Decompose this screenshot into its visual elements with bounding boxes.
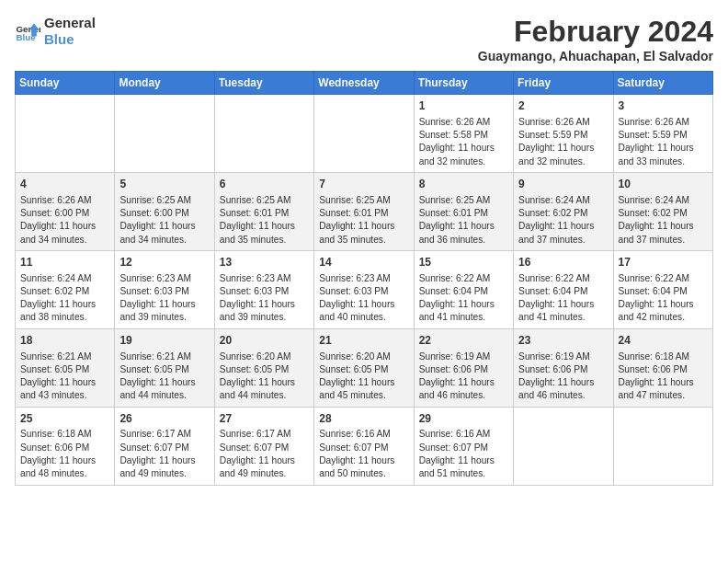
day-info-line: and 42 minutes. [619,311,708,324]
day-number: 11 [20,255,109,270]
day-info-line: Sunset: 6:07 PM [220,442,309,454]
day-info-line: and 48 minutes. [20,467,109,480]
logo-text-general: General [44,15,96,31]
day-number: 23 [518,333,608,349]
day-number: 1 [419,98,508,114]
location-subtitle: Guaymango, Ahuachapan, El Salvador [478,49,713,63]
day-number: 18 [20,333,109,349]
day-info-line: and 38 minutes. [20,311,109,324]
day-info-line: Sunrise: 6:17 AM [119,428,209,441]
day-cell: 28Sunrise: 6:16 AMSunset: 6:07 PMDayligh… [314,407,414,485]
day-info-line: Sunset: 6:03 PM [220,285,309,298]
logo: General Blue General Blue [15,15,96,48]
day-info-line: Sunrise: 6:24 AM [20,272,109,285]
day-cell: 25Sunrise: 6:18 AMSunset: 6:06 PMDayligh… [16,407,115,485]
day-info-line: Daylight: 11 hours [518,376,608,389]
day-number: 20 [220,333,309,349]
day-info-line: Sunset: 6:01 PM [419,207,508,220]
day-info-line: and 36 minutes. [419,234,508,247]
day-info-line: Sunset: 6:04 PM [518,285,608,298]
day-number: 5 [119,177,209,192]
day-cell: 20Sunrise: 6:20 AMSunset: 6:05 PMDayligh… [214,328,313,407]
day-info-line: and 44 minutes. [220,389,309,402]
day-cell: 15Sunrise: 6:22 AMSunset: 6:04 PMDayligh… [414,250,513,328]
day-number: 16 [518,255,608,270]
day-info-line: Sunrise: 6:18 AM [20,428,109,441]
calendar-body: 1Sunrise: 6:26 AMSunset: 5:58 PMDaylight… [16,95,713,486]
day-info-line: and 49 minutes. [119,467,209,480]
day-info-line: Sunset: 6:05 PM [319,363,408,376]
day-info-line: Sunset: 6:07 PM [319,442,408,454]
day-number: 22 [419,333,508,349]
day-info-line: Sunrise: 6:26 AM [419,116,508,129]
day-info-line: and 46 minutes. [419,389,508,402]
day-info-line: Daylight: 11 hours [619,298,708,311]
day-info-line: Sunset: 6:07 PM [419,442,508,454]
day-number: 2 [518,98,608,114]
week-row-1: 1Sunrise: 6:26 AMSunset: 5:58 PMDaylight… [16,95,713,173]
day-cell: 18Sunrise: 6:21 AMSunset: 6:05 PMDayligh… [16,328,115,407]
day-info-line: and 40 minutes. [319,311,408,324]
day-cell [314,95,414,173]
day-cell [115,95,214,173]
day-cell: 1Sunrise: 6:26 AMSunset: 5:58 PMDaylight… [414,95,513,173]
day-number: 9 [518,177,608,192]
day-info-line: Sunset: 6:02 PM [20,285,109,298]
day-info-line: Sunset: 6:05 PM [119,363,209,376]
day-info-line: Sunrise: 6:19 AM [518,350,608,363]
day-cell: 5Sunrise: 6:25 AMSunset: 6:00 PMDaylight… [115,172,214,250]
day-number: 8 [419,177,508,192]
day-cell [214,95,313,173]
day-cell: 16Sunrise: 6:22 AMSunset: 6:04 PMDayligh… [514,250,613,328]
day-info-line: Sunset: 6:06 PM [419,363,508,376]
logo-text-blue: Blue [44,31,96,48]
day-info-line: Sunset: 6:01 PM [220,207,309,220]
header-cell-monday: Monday [115,72,214,95]
day-cell [613,407,712,485]
month-year-title: February 2024 [478,15,713,49]
day-number: 7 [319,177,408,192]
day-info-line: Daylight: 11 hours [220,220,309,233]
day-info-line: and 50 minutes. [319,467,408,480]
day-info-line: Daylight: 11 hours [119,220,209,233]
day-info-line: and 37 minutes. [518,234,608,247]
day-cell: 29Sunrise: 6:16 AMSunset: 6:07 PMDayligh… [414,407,513,485]
day-info-line: Sunset: 6:02 PM [619,207,708,220]
day-cell: 14Sunrise: 6:23 AMSunset: 6:03 PMDayligh… [314,250,414,328]
day-info-line: Sunset: 6:00 PM [119,207,209,220]
day-info-line: and 51 minutes. [419,467,508,480]
day-info-line: Sunrise: 6:20 AM [220,350,309,363]
day-number: 6 [220,177,309,192]
day-number: 25 [20,411,109,427]
week-row-5: 25Sunrise: 6:18 AMSunset: 6:06 PMDayligh… [16,407,713,485]
day-cell: 12Sunrise: 6:23 AMSunset: 6:03 PMDayligh… [115,250,214,328]
day-info-line: Sunrise: 6:22 AM [619,272,708,285]
day-info-line: Sunrise: 6:18 AM [619,350,708,363]
day-info-line: Daylight: 11 hours [220,454,309,467]
day-info-line: and 37 minutes. [619,234,708,247]
day-info-line: Sunrise: 6:23 AM [220,272,309,285]
day-info-line: Sunset: 6:01 PM [319,207,408,220]
day-info-line: Daylight: 11 hours [220,376,309,389]
day-cell: 2Sunrise: 6:26 AMSunset: 5:59 PMDaylight… [514,95,613,173]
day-info-line: Sunrise: 6:16 AM [319,428,408,441]
day-info-line: Daylight: 11 hours [20,454,109,467]
day-info-line: and 32 minutes. [518,155,608,168]
day-info-line: and 33 minutes. [619,155,708,168]
day-number: 14 [319,255,408,270]
day-cell: 26Sunrise: 6:17 AMSunset: 6:07 PMDayligh… [115,407,214,485]
day-info-line: Sunrise: 6:16 AM [419,428,508,441]
day-cell: 27Sunrise: 6:17 AMSunset: 6:07 PMDayligh… [214,407,313,485]
day-info-line: Daylight: 11 hours [619,376,708,389]
day-info-line: Sunrise: 6:22 AM [419,272,508,285]
day-info-line: and 34 minutes. [20,234,109,247]
day-info-line: Daylight: 11 hours [319,376,408,389]
day-cell: 24Sunrise: 6:18 AMSunset: 6:06 PMDayligh… [613,328,712,407]
day-info-line: Sunset: 6:05 PM [20,363,109,376]
day-info-line: Sunset: 6:07 PM [119,442,209,454]
day-cell: 9Sunrise: 6:24 AMSunset: 6:02 PMDaylight… [514,172,613,250]
day-info-line: and 41 minutes. [419,311,508,324]
day-info-line: Sunrise: 6:25 AM [220,194,309,207]
day-info-line: Daylight: 11 hours [419,220,508,233]
day-info-line: Sunset: 6:06 PM [20,442,109,454]
